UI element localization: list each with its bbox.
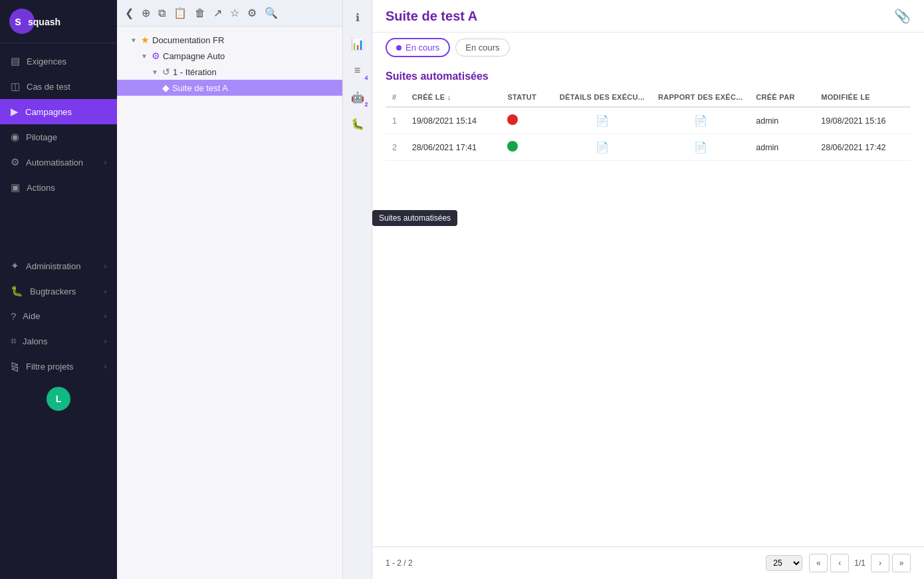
pagination-range: 1 - 2 / 2 bbox=[386, 558, 413, 568]
sidebar-item-actions[interactable]: ▣ Actions bbox=[0, 175, 117, 200]
table-row: 2 28/06/2021 17:41 📄 📄 admin 28/06/2021 … bbox=[386, 134, 911, 161]
tree-item-suite-test-a[interactable]: ◆ Suite de test A bbox=[117, 80, 342, 96]
col-cree-par-header: CRÉÉ PAR bbox=[749, 88, 814, 107]
export-icon[interactable]: ↗ bbox=[212, 5, 223, 21]
sidebar-item-automatisation[interactable]: ⚙ Automatisation › bbox=[0, 150, 117, 175]
delete-icon[interactable]: 🗑 bbox=[193, 6, 207, 21]
col-details-header: DÉTAILS DES EXÉCU... bbox=[553, 88, 651, 107]
pagination-controls: 25 50 100 « ‹ 1/1 › » bbox=[766, 554, 911, 572]
tree-item-label: 1 - Itération bbox=[173, 67, 217, 77]
user-avatar[interactable]: L bbox=[47, 387, 70, 411]
row-statut bbox=[501, 134, 552, 161]
first-page-btn[interactable]: « bbox=[809, 554, 828, 572]
search-icon[interactable]: 🔍 bbox=[263, 5, 279, 21]
administration-icon: ✦ bbox=[11, 260, 19, 272]
sidebar-item-campagnes[interactable]: ▶ Campagnes bbox=[0, 99, 117, 124]
tree-item-iteration[interactable]: ▼ ↺ 1 - Itération bbox=[117, 64, 342, 80]
paste-icon[interactable]: 📋 bbox=[172, 5, 188, 21]
pin-icon[interactable]: 📎 bbox=[894, 8, 911, 24]
row-cree-par: admin bbox=[749, 107, 814, 134]
details-doc-icon[interactable]: 📄 bbox=[596, 142, 609, 153]
tree-item-doc-fr[interactable]: ▼ ★ Documentation FR bbox=[117, 32, 342, 48]
tab-info[interactable]: ℹ bbox=[346, 5, 370, 29]
col-num-header: # bbox=[386, 88, 405, 107]
star-icon[interactable]: ☆ bbox=[229, 5, 241, 21]
row-statut bbox=[501, 107, 552, 134]
list-icon: ≡ bbox=[354, 64, 360, 76]
per-page-select[interactable]: 25 50 100 bbox=[766, 555, 802, 571]
aide-icon: ? bbox=[11, 310, 16, 322]
filtre-projets-icon: ⧎ bbox=[11, 360, 19, 372]
status-active-label: En cours bbox=[405, 43, 439, 53]
tree-panel: ❮ ⊕ ⧉ 📋 🗑 ↗ ☆ ⚙ 🔍 ▼ ★ Documentation FR ▼… bbox=[117, 0, 343, 579]
row-modifiee-le: 28/06/2021 17:42 bbox=[814, 134, 911, 161]
sidebar-item-administration[interactable]: ✦ Administration › bbox=[0, 253, 117, 279]
sidebar-item-exigences[interactable]: ▤ Exigences bbox=[0, 49, 117, 74]
info-icon: ℹ bbox=[356, 11, 360, 24]
robot-badge: 2 bbox=[364, 101, 368, 108]
sidebar-item-filtre-projets[interactable]: ⧎ Filtre projets › bbox=[0, 354, 117, 379]
row-cree-le: 19/08/2021 15:14 bbox=[405, 107, 501, 134]
sidebar-item-label: Exigences bbox=[27, 57, 66, 66]
cas-de-test-icon: ◫ bbox=[11, 80, 20, 92]
campagne-icon: ⚙ bbox=[152, 51, 160, 61]
tab-robot[interactable]: 🤖 2 bbox=[346, 85, 370, 109]
col-statut-header: STATUT bbox=[501, 88, 552, 107]
collapse-tree-btn[interactable]: ❮ bbox=[124, 5, 135, 21]
tab-chart[interactable]: 📊 bbox=[346, 32, 370, 56]
status-pills: En cours En cours bbox=[372, 33, 924, 62]
page-info: 1/1 bbox=[854, 558, 866, 568]
row-num: 2 bbox=[386, 134, 405, 161]
sidebar-item-label: Jalons bbox=[23, 336, 48, 346]
prev-page-btn[interactable]: ‹ bbox=[830, 554, 849, 572]
app-logo[interactable]: s squash bbox=[9, 8, 82, 35]
toggle-icon: ▼ bbox=[130, 37, 138, 44]
sidebar-item-pilotage[interactable]: ◉ Pilotage bbox=[0, 124, 117, 150]
sidebar-item-bugtrackers[interactable]: 🐛 Bugtrackers › bbox=[0, 279, 117, 304]
row-cree-par: admin bbox=[749, 134, 814, 161]
row-details[interactable]: 📄 bbox=[553, 107, 651, 134]
sidebar-item-cas-de-test[interactable]: ◫ Cas de test bbox=[0, 74, 117, 99]
add-icon[interactable]: ⊕ bbox=[140, 5, 152, 21]
sidebar-item-label: Automatisation bbox=[26, 158, 83, 168]
page-title: Suite de test A bbox=[386, 9, 886, 24]
suite-icon: ◆ bbox=[162, 82, 170, 93]
status-active-pill[interactable]: En cours bbox=[386, 38, 450, 57]
copy-icon[interactable]: ⧉ bbox=[157, 6, 167, 21]
sidebar-item-jalons[interactable]: ⌗ Jalons › bbox=[0, 328, 117, 354]
col-cree-le-header[interactable]: CRÉÉ LE ↓ bbox=[405, 88, 501, 107]
automatisation-arrow: › bbox=[104, 159, 106, 166]
sidebar-item-label: Filtre projets bbox=[26, 362, 74, 372]
actions-icon: ▣ bbox=[11, 181, 20, 193]
sidebar-item-aide[interactable]: ? Aide › bbox=[0, 304, 117, 328]
next-page-btn[interactable]: › bbox=[871, 554, 889, 572]
status-inactive-pill[interactable]: En cours bbox=[455, 39, 509, 57]
tree-item-campagne-auto[interactable]: ▼ ⚙ Campagne Auto bbox=[117, 48, 342, 64]
logo-area: s squash bbox=[0, 0, 117, 43]
status-inactive-label: En cours bbox=[465, 43, 499, 53]
row-rapport[interactable]: 📄 bbox=[651, 134, 749, 161]
row-details[interactable]: 📄 bbox=[553, 134, 651, 161]
tab-list[interactable]: ≡ 4 bbox=[346, 58, 370, 82]
side-tabs-panel: ℹ 📊 ≡ 4 🤖 2 🐛 Suites automatisées bbox=[343, 0, 372, 579]
row-cree-le: 28/06/2021 17:41 bbox=[405, 134, 501, 161]
exigences-icon: ▤ bbox=[11, 55, 20, 67]
toggle-icon: ▼ bbox=[152, 68, 160, 76]
executions-table: # CRÉÉ LE ↓ STATUT DÉTAILS DES EXÉCU... … bbox=[386, 88, 911, 161]
row-rapport[interactable]: 📄 bbox=[651, 107, 749, 134]
status-green-dot bbox=[507, 141, 518, 152]
bug-icon: 🐛 bbox=[351, 118, 364, 130]
last-page-btn[interactable]: » bbox=[892, 554, 911, 572]
section-title: Suites automatisées bbox=[386, 62, 911, 88]
status-red-dot bbox=[507, 114, 518, 125]
bugtrackers-icon: 🐛 bbox=[11, 285, 23, 297]
aide-arrow: › bbox=[104, 312, 106, 320]
row-modifiee-le: 19/08/2021 15:16 bbox=[814, 107, 911, 134]
rapport-doc-icon[interactable]: 📄 bbox=[694, 115, 707, 126]
tab-bug[interactable]: 🐛 bbox=[346, 112, 370, 136]
table-row: 1 19/08/2021 15:14 📄 📄 admin 19/08/2021 … bbox=[386, 107, 911, 134]
rapport-doc-icon[interactable]: 📄 bbox=[694, 142, 707, 153]
details-doc-icon[interactable]: 📄 bbox=[596, 115, 609, 126]
sidebar-item-label: Campagnes bbox=[25, 107, 72, 117]
settings-icon[interactable]: ⚙ bbox=[246, 5, 258, 21]
